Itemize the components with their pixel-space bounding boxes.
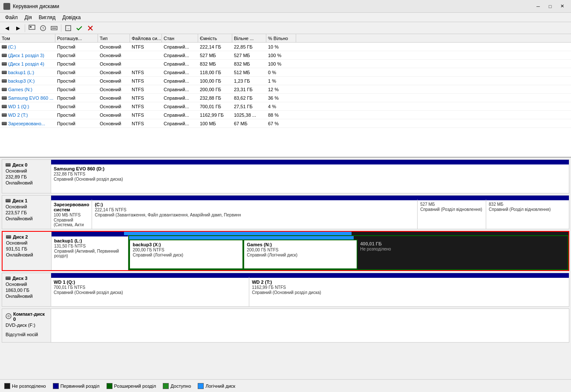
partition-d1p3[interactable]: 527 МБ Справний (Розділ відновлення) xyxy=(418,199,486,229)
part-name-d1p2: (C:) xyxy=(95,202,415,207)
disk-row-disk1[interactable]: Диск 1Основний223,57 ГБОнлайновий Зарезе… xyxy=(2,195,569,229)
disk-label-disk2: Диск 2Основний931,51 ГБОнлайновий xyxy=(3,232,52,270)
list-row[interactable]: (C:)ПростийОсновнийNTFSСправний...222,14… xyxy=(0,43,571,51)
toolbar-btn-x[interactable] xyxy=(85,23,95,33)
back-button[interactable]: ◀ xyxy=(2,23,12,33)
list-row[interactable]: Samsung EVO 860 ...ПростийОсновнийNTFSСп… xyxy=(0,94,571,102)
svg-text:→: → xyxy=(66,27,70,31)
disk-status-disk3: Онлайновий xyxy=(6,294,47,299)
partition-d2p4[interactable]: 400,01 ГБ Не розподілено xyxy=(358,239,568,269)
part-status-d3p2: Справний (Основний розділ диска) xyxy=(252,290,566,295)
legend-primary-box xyxy=(53,383,59,389)
col-header-razm[interactable]: Розташув... xyxy=(55,34,98,42)
disk-row-disk2[interactable]: Диск 2Основний931,51 ГБОнлайновий backup… xyxy=(2,231,569,271)
legend-primary-label: Первинний розділ xyxy=(61,383,100,389)
dvd-row[interactable]: Компакт-диск 0DVD-диск (F:)Відсутній нос… xyxy=(2,308,569,343)
dvd-type: DVD-диск (F:) xyxy=(6,323,47,328)
toolbar-btn-3[interactable] xyxy=(27,23,37,33)
menu-help[interactable]: Довідка xyxy=(59,14,84,21)
part-status-d3p1: Справний (Основний розділ диска) xyxy=(54,290,246,295)
hdd-icon xyxy=(6,199,11,202)
legend-primary: Первинний розділ xyxy=(53,383,100,389)
toolbar-btn-5[interactable] xyxy=(49,23,59,33)
tom-label: (C:) xyxy=(8,44,16,49)
legend-logical-box xyxy=(198,383,204,389)
close-button[interactable]: ✕ xyxy=(557,2,568,11)
minimize-button[interactable]: ─ xyxy=(533,2,544,11)
disk-row-icon xyxy=(2,122,7,125)
disk-title-disk2: Диск 2 xyxy=(13,234,28,239)
col-header-tom[interactable]: Том xyxy=(0,34,55,42)
partition-d3p2[interactable]: WD 2 (T:) 1162,99 ГБ NTFS Справний (Осно… xyxy=(249,277,569,306)
disk-title-disk3: Диск 3 xyxy=(12,276,27,281)
svg-rect-1 xyxy=(30,26,32,28)
part-status-d2p4: Не розподілено xyxy=(360,247,565,251)
menu-view[interactable]: Вигляд xyxy=(35,14,59,21)
dvd-partition-area xyxy=(51,309,569,342)
col-header-vilne[interactable]: Вільне ... xyxy=(232,34,266,42)
disk-status-disk2: Онлайновий xyxy=(6,252,48,257)
list-row[interactable]: (Диск 1 розділ 3)ПростийОсновнийСправний… xyxy=(0,51,571,60)
partition-d1p4[interactable]: 832 МБ Справний (Розділ відновлення) xyxy=(486,199,569,229)
menu-action[interactable]: Дія xyxy=(21,14,35,21)
col-header-typ[interactable]: Тип xyxy=(98,34,130,42)
toolbar-btn-check[interactable] xyxy=(74,23,84,33)
list-row[interactable]: (Диск 1 розділ 4)ПростийОсновнийСправний… xyxy=(0,60,571,68)
partition-d3p1[interactable]: WD 1 (Q:) 700,01 ГБ NTFS Справний (Основ… xyxy=(51,277,249,306)
disk-row-icon xyxy=(2,62,7,66)
list-panel: Том Розташув... Тип Файлова си... Стан Є… xyxy=(0,34,571,158)
partitions-body-disk1: Зарезервовано систем 100 МБ NTFS Справни… xyxy=(51,199,569,229)
bar-seg-d2p4 xyxy=(352,232,568,235)
col-header-stan[interactable]: Стан xyxy=(162,34,198,42)
extended-body-disk2: backup3 (X:) 200,00 ГБ NTFS Справний (Ло… xyxy=(129,239,568,269)
maximize-button[interactable]: □ xyxy=(545,2,556,11)
col-header-emnist[interactable]: Ємність xyxy=(198,34,232,42)
list-row[interactable]: WD 2 (T:)ПростийОсновнийNTFSСправний...1… xyxy=(0,111,571,119)
disk-row-disk3[interactable]: Диск 3Основний1863,00 ГБОнлайновий WD 1 … xyxy=(2,273,569,307)
col-header-fs[interactable]: Файлова си... xyxy=(130,34,162,42)
svg-point-10 xyxy=(6,314,11,319)
forward-button[interactable]: ▶ xyxy=(13,23,23,33)
disk-type-disk1: Основний xyxy=(6,204,47,209)
partition-d2p2[interactable]: backup3 (X:) 200,00 ГБ NTFS Справний (Ло… xyxy=(129,239,243,269)
list-row[interactable]: WD 1 (Q:)ПростийОсновнийNTFSСправний...7… xyxy=(0,102,571,111)
list-row[interactable]: backup3 (X:)ПростийОсновнийNTFSСправний.… xyxy=(0,77,571,85)
disk-bar-disk3 xyxy=(51,273,569,277)
menu-file[interactable]: Файл xyxy=(2,14,21,21)
legend-avail-label: Доступно xyxy=(170,383,191,389)
extended-bar-disk2 xyxy=(129,236,568,239)
list-row[interactable]: Зарезервовано...ПростийОсновнийNTFSСправ… xyxy=(0,119,571,128)
disk-row-disk0[interactable]: Диск 0Основний232,89 ГБОнлайновий Samsun… xyxy=(2,159,569,193)
disk-name-disk1: Диск 1 xyxy=(6,198,47,203)
tom-label: WD 2 (T:) xyxy=(8,112,28,118)
tom-label: WD 1 (Q:) xyxy=(8,104,29,109)
partition-d2p3[interactable]: Games (N:) 200,00 ГБ NTFS Справний (Логі… xyxy=(243,239,358,269)
bar-seg-d2p1 xyxy=(52,232,124,235)
svg-rect-5 xyxy=(52,28,56,29)
bar-seg-d1p2 xyxy=(77,196,419,199)
extended-container-disk2: backup3 (X:) 200,00 ГБ NTFS Справний (Ло… xyxy=(128,235,568,270)
partition-d2p1[interactable]: backup1 (L:) 131,50 ГБ NTFS Справний (Ак… xyxy=(52,235,128,270)
disk-row-icon xyxy=(2,96,7,100)
disk-row-icon xyxy=(2,113,7,117)
part-size-d1p1: 100 МБ NTFS xyxy=(54,213,89,217)
toolbar-btn-4[interactable]: ? xyxy=(38,23,48,33)
part-size-d2p3: 200,00 ГБ NTFS xyxy=(247,248,354,252)
part-status-d1p1: Справний (Система, Акти xyxy=(54,218,89,227)
disk-row-icon xyxy=(2,45,7,49)
list-row[interactable]: Games (N:)ПростийОсновнийNTFSСправний...… xyxy=(0,85,571,94)
legend-avail-box xyxy=(163,383,169,389)
window-title: Керування дисками xyxy=(13,3,59,9)
list-body: (C:)ПростийОсновнийNTFSСправний...222,14… xyxy=(0,43,571,158)
partition-d0p1[interactable]: Samsung EVO 860 (D:) 232,88 ГБ NTFS Спра… xyxy=(51,163,569,193)
partition-d1p2[interactable]: (C:) 222,14 ГБ NTFS Справний (Завантажен… xyxy=(92,199,418,229)
part-name-d1p1: Зарезервовано систем xyxy=(54,202,89,212)
toolbar-btn-6[interactable]: → xyxy=(63,23,73,33)
hdd-icon xyxy=(6,277,11,280)
col-header-pct[interactable]: % Вільно xyxy=(266,34,296,42)
partition-d1p1[interactable]: Зарезервовано систем 100 МБ NTFS Справни… xyxy=(51,199,92,229)
list-row[interactable]: backup1 (L:)ПростийОсновнийNTFSСправний.… xyxy=(0,68,571,77)
svg-text:?: ? xyxy=(42,26,44,31)
disk-partitions-disk2: backup1 (L:) 131,50 ГБ NTFS Справний (Ак… xyxy=(52,232,568,270)
disk-label-disk3: Диск 3Основний1863,00 ГБОнлайновий xyxy=(2,273,51,306)
